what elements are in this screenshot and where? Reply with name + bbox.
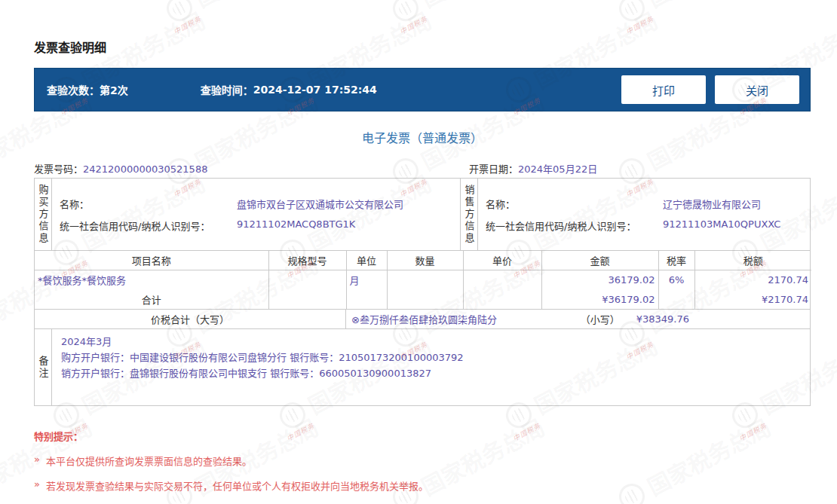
- buyer-name-line: 名称： 盘锦市双台子区双通城市公交有限公司: [60, 197, 452, 211]
- small-value: ¥38349.76: [636, 313, 689, 325]
- invoice-number-label: 发票号码：: [34, 163, 83, 175]
- notice-bullet-icon: »: [34, 478, 40, 493]
- total-row: 合计 ¥36179.02 ¥2170.74: [35, 289, 811, 309]
- invoice-meta-row: 发票号码：24212000000030521588 开票日期：2024年05月2…: [34, 158, 811, 178]
- buyer-name-label: 名称：: [60, 197, 237, 211]
- buyer-taxid-line: 统一社会信用代码/纳税人识别号： 91211102MACQ8BTG1K: [60, 218, 452, 233]
- buyer-name-value: 盘锦市双台子区双通城市公交有限公司: [237, 197, 403, 211]
- invoice-date-value: 2024年05月22日: [518, 163, 597, 175]
- grand-total-words: ⊗叁万捌仟叁佰肆拾玖圆柒角陆分: [351, 312, 497, 326]
- remark-line: 购方开户银行：中国建设银行股份有限公司盘锦分行 银行账号：21050173200…: [61, 350, 801, 365]
- invoice-number-value: 24212000000030521588: [83, 163, 207, 175]
- item-price: [463, 270, 541, 289]
- check-count-label: 查验次数：: [47, 82, 100, 97]
- item-amount: 36179.02: [541, 270, 658, 289]
- total-row-label: 合计: [35, 289, 268, 309]
- notice-item-text: 本平台仅提供所查询发票票面信息的查验结果。: [46, 454, 252, 468]
- item-tax: 2170.74: [694, 270, 811, 289]
- print-button[interactable]: 打印: [621, 75, 706, 104]
- close-button[interactable]: 关闭: [715, 75, 799, 104]
- header-amount: 金额: [541, 251, 658, 270]
- item-unit: 月: [346, 270, 387, 289]
- seller-taxid-line: 统一社会信用代码/纳税人识别号： 91211103MA10QPUXXC: [486, 218, 802, 233]
- seller-side-label: 销售方信息: [461, 179, 478, 250]
- invoice-box: 购买方信息 名称： 盘锦市双台子区双通城市公交有限公司 统一社会信用代码/纳税人…: [34, 178, 811, 406]
- header-tax-rate: 税率: [658, 251, 694, 270]
- check-count: 查验次数：第2次: [47, 82, 128, 97]
- remark-row: 备注 2024年3月 购方开户银行：中国建设银行股份有限公司盘锦分行 银行账号：…: [35, 329, 810, 405]
- notice-bullet-icon: »: [34, 454, 40, 468]
- remark-line: 2024年3月: [61, 334, 801, 350]
- remark-side-label: 备注: [35, 329, 52, 405]
- invoice-date-label: 开票日期：: [469, 163, 518, 175]
- seller-name-value: 辽宁德晟物业有限公司: [663, 197, 761, 211]
- header-item-name: 项目名称: [35, 251, 268, 270]
- notice-item: » 本平台仅提供所查询发票票面信息的查验结果。: [34, 454, 811, 468]
- item-qty: [387, 270, 463, 289]
- check-time-value: 2024-12-07 17:52:44: [253, 84, 377, 96]
- invoice-type-title: 电子发票（普通发票）: [34, 128, 811, 146]
- total-tax: ¥2170.74: [694, 289, 811, 309]
- item-tax-rate: 6%: [658, 270, 694, 289]
- buyer-taxid-value: 91211102MACQ8BTG1K: [237, 218, 355, 233]
- grand-total-label: 价税合计（大写）: [35, 310, 346, 328]
- notice-title: 特别提示：: [34, 429, 811, 443]
- remark-line: 销方开户银行：盘锦银行股份有限公司中银支行 银行账号：6600501309000…: [61, 365, 801, 381]
- invoice-date: 开票日期：2024年05月22日: [469, 161, 811, 176]
- seller-taxid-label: 统一社会信用代码/纳税人识别号：: [486, 218, 663, 233]
- buyer-side-label: 购买方信息: [35, 179, 52, 250]
- buyer-taxid-label: 统一社会信用代码/纳税人识别号：: [60, 218, 237, 233]
- header-tax: 税额: [694, 251, 811, 270]
- buyer-info: 名称： 盘锦市双台子区双通城市公交有限公司 统一社会信用代码/纳税人识别号： 9…: [52, 179, 461, 250]
- special-notice: 特别提示： » 本平台仅提供所查询发票票面信息的查验结果。 » 若发现发票查验结…: [34, 429, 811, 493]
- item-row: *餐饮服务*餐饮服务 月 36179.02 6% 2170.74: [35, 270, 811, 289]
- items-table: 项目名称 规格型号 单位 数量 单价 金额 税率 税额 *餐饮服务*餐饮服务 月…: [35, 251, 811, 309]
- grand-total-rest: ⊗叁万捌仟叁佰肆拾玖圆柒角陆分 （小写） ¥38349.76: [346, 312, 810, 326]
- items-header-row: 项目名称 规格型号 单位 数量 单价 金额 税率 税额: [35, 251, 811, 270]
- seller-taxid-value: 91211103MA10QPUXXC: [663, 218, 780, 233]
- seller-name-line: 名称： 辽宁德晟物业有限公司: [486, 197, 802, 211]
- notice-item-text: 若发现发票查验结果与实际交易不符，任何单位或个人有权拒收并向当地税务机关举报。: [46, 478, 428, 493]
- total-amount: ¥36179.02: [541, 289, 658, 309]
- page-title: 发票查验明细: [34, 38, 811, 56]
- notice-item: » 若发现发票查验结果与实际交易不符，任何单位或个人有权拒收并向当地税务机关举报…: [34, 478, 811, 493]
- item-name: *餐饮服务*餐饮服务: [35, 270, 268, 289]
- header-price: 单价: [463, 251, 541, 270]
- party-row: 购买方信息 名称： 盘锦市双台子区双通城市公交有限公司 统一社会信用代码/纳税人…: [35, 179, 810, 251]
- invoice-number: 发票号码：24212000000030521588: [34, 161, 469, 176]
- header-unit: 单位: [346, 251, 387, 270]
- check-time-label: 查验时间：: [201, 82, 253, 97]
- header-qty: 数量: [387, 251, 463, 270]
- header-spec: 规格型号: [268, 251, 346, 270]
- item-spec: [268, 270, 346, 289]
- seller-name-label: 名称：: [486, 197, 663, 211]
- grand-total-line: 价税合计（大写） ⊗叁万捌仟叁佰肆拾玖圆柒角陆分 （小写） ¥38349.76: [35, 309, 810, 329]
- check-count-value: 第2次: [100, 82, 128, 97]
- seller-info: 名称： 辽宁德晟物业有限公司 统一社会信用代码/纳税人识别号： 91211103…: [478, 179, 810, 250]
- remark-content: 2024年3月 购方开户银行：中国建设银行股份有限公司盘锦分行 银行账号：210…: [52, 329, 810, 405]
- small-label: （小写）: [581, 312, 620, 326]
- verification-header-bar: 查验次数：第2次 查验时间：2024-12-07 17:52:44 打印 关闭: [34, 68, 811, 111]
- grand-total-small-group: （小写） ¥38349.76: [581, 312, 689, 326]
- main-content: 发票查验明细 查验次数：第2次 查验时间：2024-12-07 17:52:44…: [34, 0, 811, 493]
- check-time: 查验时间：2024-12-07 17:52:44: [201, 82, 377, 97]
